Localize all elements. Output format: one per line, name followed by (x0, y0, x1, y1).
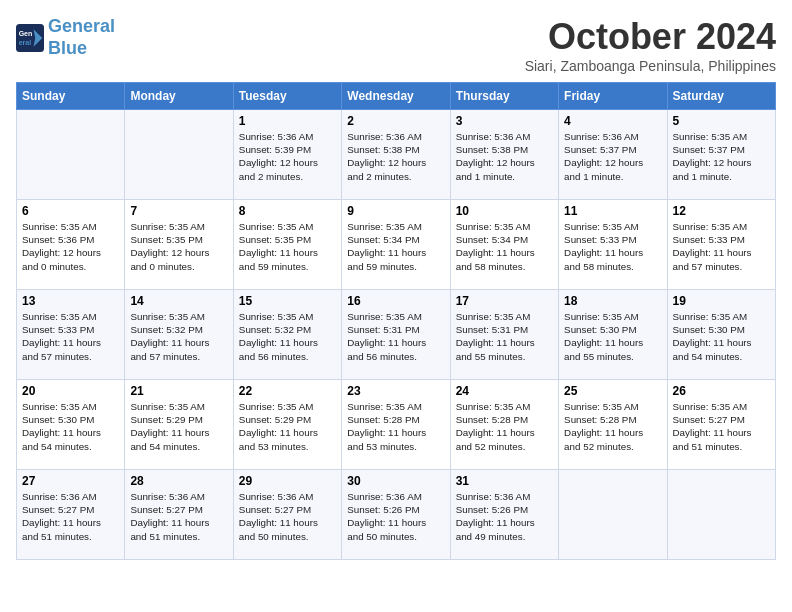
day-number: 20 (22, 384, 119, 398)
day-number: 5 (673, 114, 770, 128)
day-info: Sunrise: 5:36 AM Sunset: 5:37 PM Dayligh… (564, 130, 661, 183)
calendar-cell: 21Sunrise: 5:35 AM Sunset: 5:29 PM Dayli… (125, 380, 233, 470)
day-info: Sunrise: 5:36 AM Sunset: 5:27 PM Dayligh… (239, 490, 336, 543)
calendar-body: 1Sunrise: 5:36 AM Sunset: 5:39 PM Daylig… (17, 110, 776, 560)
calendar-cell: 23Sunrise: 5:35 AM Sunset: 5:28 PM Dayli… (342, 380, 450, 470)
day-number: 14 (130, 294, 227, 308)
calendar-cell: 31Sunrise: 5:36 AM Sunset: 5:26 PM Dayli… (450, 470, 558, 560)
calendar-cell: 6Sunrise: 5:35 AM Sunset: 5:36 PM Daylig… (17, 200, 125, 290)
day-number: 16 (347, 294, 444, 308)
logo-line2: Blue (48, 38, 87, 58)
day-info: Sunrise: 5:35 AM Sunset: 5:33 PM Dayligh… (22, 310, 119, 363)
calendar-cell: 17Sunrise: 5:35 AM Sunset: 5:31 PM Dayli… (450, 290, 558, 380)
calendar-cell: 28Sunrise: 5:36 AM Sunset: 5:27 PM Dayli… (125, 470, 233, 560)
calendar-cell: 11Sunrise: 5:35 AM Sunset: 5:33 PM Dayli… (559, 200, 667, 290)
header-tuesday: Tuesday (233, 83, 341, 110)
calendar-cell (125, 110, 233, 200)
svg-text:eral: eral (19, 39, 32, 46)
day-number: 9 (347, 204, 444, 218)
header-friday: Friday (559, 83, 667, 110)
day-info: Sunrise: 5:35 AM Sunset: 5:30 PM Dayligh… (564, 310, 661, 363)
day-info: Sunrise: 5:35 AM Sunset: 5:31 PM Dayligh… (347, 310, 444, 363)
day-number: 10 (456, 204, 553, 218)
day-number: 29 (239, 474, 336, 488)
day-info: Sunrise: 5:35 AM Sunset: 5:28 PM Dayligh… (347, 400, 444, 453)
day-info: Sunrise: 5:36 AM Sunset: 5:27 PM Dayligh… (130, 490, 227, 543)
day-number: 4 (564, 114, 661, 128)
day-info: Sunrise: 5:36 AM Sunset: 5:26 PM Dayligh… (347, 490, 444, 543)
day-info: Sunrise: 5:35 AM Sunset: 5:30 PM Dayligh… (673, 310, 770, 363)
day-number: 22 (239, 384, 336, 398)
day-number: 15 (239, 294, 336, 308)
day-info: Sunrise: 5:35 AM Sunset: 5:28 PM Dayligh… (456, 400, 553, 453)
header-sunday: Sunday (17, 83, 125, 110)
calendar-cell: 10Sunrise: 5:35 AM Sunset: 5:34 PM Dayli… (450, 200, 558, 290)
day-number: 25 (564, 384, 661, 398)
svg-text:Gen: Gen (19, 30, 33, 37)
day-info: Sunrise: 5:36 AM Sunset: 5:38 PM Dayligh… (347, 130, 444, 183)
calendar-cell: 25Sunrise: 5:35 AM Sunset: 5:28 PM Dayli… (559, 380, 667, 470)
header-monday: Monday (125, 83, 233, 110)
header-wednesday: Wednesday (342, 83, 450, 110)
logo-line1: General (48, 16, 115, 36)
calendar-cell: 15Sunrise: 5:35 AM Sunset: 5:32 PM Dayli… (233, 290, 341, 380)
calendar-week-2: 6Sunrise: 5:35 AM Sunset: 5:36 PM Daylig… (17, 200, 776, 290)
calendar-cell (667, 470, 775, 560)
location-subtitle: Siari, Zamboanga Peninsula, Philippines (525, 58, 776, 74)
calendar-cell: 13Sunrise: 5:35 AM Sunset: 5:33 PM Dayli… (17, 290, 125, 380)
day-number: 30 (347, 474, 444, 488)
calendar-header-row: Sunday Monday Tuesday Wednesday Thursday… (17, 83, 776, 110)
calendar-cell: 7Sunrise: 5:35 AM Sunset: 5:35 PM Daylig… (125, 200, 233, 290)
day-number: 6 (22, 204, 119, 218)
calendar-week-3: 13Sunrise: 5:35 AM Sunset: 5:33 PM Dayli… (17, 290, 776, 380)
day-info: Sunrise: 5:35 AM Sunset: 5:32 PM Dayligh… (130, 310, 227, 363)
day-number: 7 (130, 204, 227, 218)
calendar-cell: 16Sunrise: 5:35 AM Sunset: 5:31 PM Dayli… (342, 290, 450, 380)
calendar-cell: 8Sunrise: 5:35 AM Sunset: 5:35 PM Daylig… (233, 200, 341, 290)
day-info: Sunrise: 5:35 AM Sunset: 5:27 PM Dayligh… (673, 400, 770, 453)
calendar-cell (559, 470, 667, 560)
calendar-cell: 22Sunrise: 5:35 AM Sunset: 5:29 PM Dayli… (233, 380, 341, 470)
day-number: 27 (22, 474, 119, 488)
logo: Gen eral General Blue (16, 16, 115, 59)
day-number: 28 (130, 474, 227, 488)
day-number: 11 (564, 204, 661, 218)
day-number: 1 (239, 114, 336, 128)
calendar-cell: 3Sunrise: 5:36 AM Sunset: 5:38 PM Daylig… (450, 110, 558, 200)
day-number: 26 (673, 384, 770, 398)
day-info: Sunrise: 5:36 AM Sunset: 5:39 PM Dayligh… (239, 130, 336, 183)
day-info: Sunrise: 5:35 AM Sunset: 5:35 PM Dayligh… (130, 220, 227, 273)
calendar-cell: 24Sunrise: 5:35 AM Sunset: 5:28 PM Dayli… (450, 380, 558, 470)
title-block: October 2024 Siari, Zamboanga Peninsula,… (525, 16, 776, 74)
day-info: Sunrise: 5:36 AM Sunset: 5:27 PM Dayligh… (22, 490, 119, 543)
day-info: Sunrise: 5:35 AM Sunset: 5:30 PM Dayligh… (22, 400, 119, 453)
calendar-week-1: 1Sunrise: 5:36 AM Sunset: 5:39 PM Daylig… (17, 110, 776, 200)
day-info: Sunrise: 5:35 AM Sunset: 5:29 PM Dayligh… (239, 400, 336, 453)
day-info: Sunrise: 5:35 AM Sunset: 5:33 PM Dayligh… (673, 220, 770, 273)
day-info: Sunrise: 5:35 AM Sunset: 5:34 PM Dayligh… (347, 220, 444, 273)
calendar-cell: 20Sunrise: 5:35 AM Sunset: 5:30 PM Dayli… (17, 380, 125, 470)
day-info: Sunrise: 5:35 AM Sunset: 5:35 PM Dayligh… (239, 220, 336, 273)
day-number: 18 (564, 294, 661, 308)
calendar-cell: 4Sunrise: 5:36 AM Sunset: 5:37 PM Daylig… (559, 110, 667, 200)
calendar-cell: 12Sunrise: 5:35 AM Sunset: 5:33 PM Dayli… (667, 200, 775, 290)
day-number: 2 (347, 114, 444, 128)
header-thursday: Thursday (450, 83, 558, 110)
day-info: Sunrise: 5:35 AM Sunset: 5:31 PM Dayligh… (456, 310, 553, 363)
calendar-cell: 30Sunrise: 5:36 AM Sunset: 5:26 PM Dayli… (342, 470, 450, 560)
day-info: Sunrise: 5:35 AM Sunset: 5:29 PM Dayligh… (130, 400, 227, 453)
day-info: Sunrise: 5:36 AM Sunset: 5:26 PM Dayligh… (456, 490, 553, 543)
day-number: 24 (456, 384, 553, 398)
day-info: Sunrise: 5:35 AM Sunset: 5:28 PM Dayligh… (564, 400, 661, 453)
calendar-cell: 26Sunrise: 5:35 AM Sunset: 5:27 PM Dayli… (667, 380, 775, 470)
calendar-week-4: 20Sunrise: 5:35 AM Sunset: 5:30 PM Dayli… (17, 380, 776, 470)
day-info: Sunrise: 5:35 AM Sunset: 5:34 PM Dayligh… (456, 220, 553, 273)
calendar-cell: 9Sunrise: 5:35 AM Sunset: 5:34 PM Daylig… (342, 200, 450, 290)
day-number: 8 (239, 204, 336, 218)
calendar-cell: 5Sunrise: 5:35 AM Sunset: 5:37 PM Daylig… (667, 110, 775, 200)
calendar-cell: 1Sunrise: 5:36 AM Sunset: 5:39 PM Daylig… (233, 110, 341, 200)
calendar-cell: 2Sunrise: 5:36 AM Sunset: 5:38 PM Daylig… (342, 110, 450, 200)
calendar-cell: 27Sunrise: 5:36 AM Sunset: 5:27 PM Dayli… (17, 470, 125, 560)
day-number: 3 (456, 114, 553, 128)
day-number: 21 (130, 384, 227, 398)
